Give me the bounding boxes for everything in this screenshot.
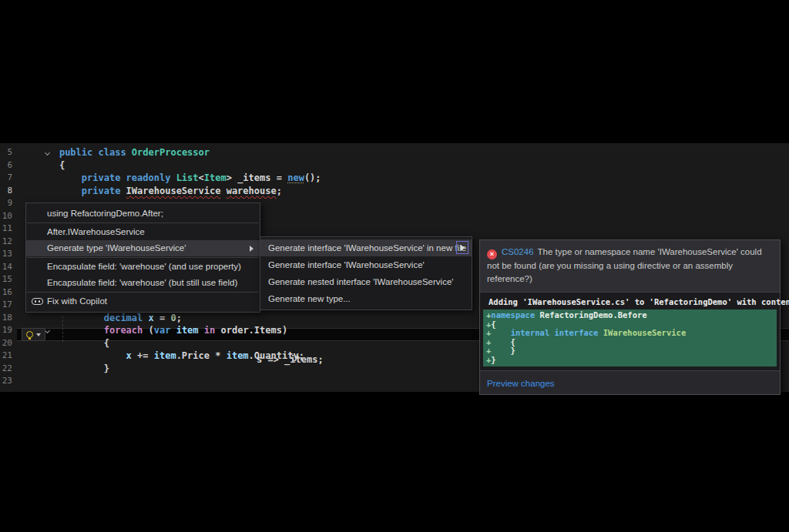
menu-item[interactable]: Generate interface 'IWarehouseService' [260, 256, 472, 273]
code-line: 5 public class OrderProcessor [0, 147, 789, 160]
menu-item-label: Generate interface 'IWarehouseService' [268, 260, 425, 269]
error-code-link[interactable]: CS0246 [502, 247, 534, 256]
menu-item-label: Generate new type... [268, 294, 351, 303]
code-line: 6 { [0, 160, 789, 173]
line-number: 5 [0, 147, 12, 157]
line-number: 8 [0, 186, 12, 196]
line-number: 6 [0, 160, 12, 170]
menu-item[interactable]: using RefactoringDemo.After; [26, 206, 260, 222]
line-number: 22 [0, 363, 12, 373]
line-number: 13 [0, 249, 12, 259]
menu-item[interactable]: Generate type 'IWarehouseService' [26, 240, 260, 256]
diff-line: + internal interface IWarehouseService [486, 329, 774, 338]
code-line: 7 private readonly List<Item> _items = n… [0, 172, 789, 186]
line-number: 9 [0, 198, 12, 208]
vs-editor-screen: 5 public class OrderProcessor6 {7 privat… [0, 0, 789, 532]
added-code-block: +namespace RefactoringDemo.Before+{+ int… [483, 309, 777, 366]
menu-item-label: Generate type 'IWarehouseService' [47, 243, 186, 253]
line-number: 14 [0, 262, 12, 272]
line-number: 17 [0, 299, 12, 309]
menu-item-label: Encapsulate field: 'warehouse' (but stil… [47, 278, 237, 287]
menu-item-label: Fix with Copilot [47, 296, 107, 306]
quick-actions-lightbulb-button[interactable] [22, 328, 45, 341]
options-arrow-button[interactable] [456, 241, 468, 254]
lightbulb-icon [26, 331, 33, 338]
menu-separator [27, 292, 259, 293]
submenu-arrow-icon [250, 246, 253, 252]
code-line: 8 private IWarehouseService warehouse; [0, 186, 789, 199]
diff-line: + { [486, 338, 774, 347]
line-number: 20 [0, 338, 12, 348]
menu-item[interactable]: Generate new type... [260, 290, 472, 307]
diff-line: +} [486, 356, 774, 365]
menu-item-label: Encapsulate field: 'warehouse' (and use … [47, 262, 241, 271]
menu-item[interactable]: Fix with Copilot [26, 293, 260, 309]
error-preview-popup: ×CS0246The type or namespace name 'IWare… [479, 239, 781, 395]
menu-item-label: Generate nested interface 'IWarehouseSer… [268, 277, 453, 286]
line-number: 11 [0, 223, 12, 233]
preview-code-area: Adding 'IWarehouseService.cs' to 'Refact… [480, 293, 780, 370]
line-number: 12 [0, 236, 12, 246]
line-number: 10 [0, 211, 12, 221]
menu-item[interactable]: Generate interface 'IWarehouseService' i… [260, 239, 472, 256]
menu-item[interactable]: Encapsulate field: 'warehouse' (but stil… [26, 275, 260, 291]
code-line-10-fragment: s => _items; [257, 354, 324, 367]
copilot-icon [32, 298, 43, 305]
quick-actions-menu: using RefactoringDemo.After;After.IWareh… [25, 202, 260, 313]
menu-separator [27, 257, 259, 258]
popup-footer: Preview changes [480, 370, 780, 394]
error-message-area: ×CS0246The type or namespace name 'IWare… [480, 240, 780, 293]
line-number: 18 [0, 313, 12, 323]
line-number: 19 [0, 325, 12, 335]
error-icon: × [487, 249, 497, 259]
menu-item-label: Generate interface 'IWarehouseService' i… [268, 243, 466, 253]
menu-item[interactable]: After.IWarehouseService [26, 224, 260, 240]
menu-item[interactable]: Encapsulate field: 'warehouse' (and use … [26, 259, 260, 275]
adding-file-line: Adding 'IWarehouseService.cs' to 'Refact… [482, 295, 777, 309]
menu-separator [27, 223, 259, 223]
diff-line: +namespace RefactoringDemo.Before [486, 311, 774, 320]
generate-type-submenu: Generate interface 'IWarehouseService' i… [260, 236, 472, 310]
diff-line: + } [486, 346, 774, 356]
line-number: 15 [0, 274, 12, 284]
menu-item-label: After.IWarehouseService [47, 227, 145, 236]
line-number: 21 [0, 350, 12, 360]
chevron-down-icon [36, 333, 41, 336]
line-number: 7 [0, 172, 12, 182]
menu-item[interactable]: Generate nested interface 'IWarehouseSer… [260, 273, 472, 290]
preview-changes-link[interactable]: Preview changes [487, 379, 555, 388]
menu-item-label: using RefactoringDemo.After; [47, 209, 163, 218]
line-number: 16 [0, 287, 12, 297]
line-number: 23 [0, 376, 12, 386]
